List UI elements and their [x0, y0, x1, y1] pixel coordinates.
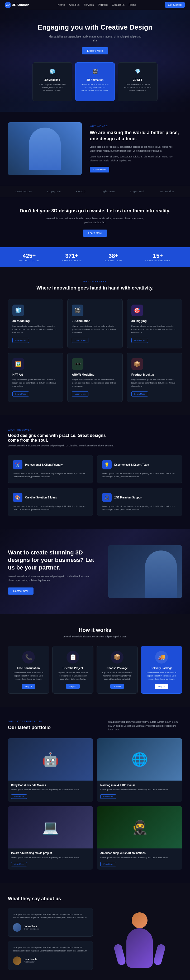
step-brief-btn[interactable]: Step 02 [66, 684, 80, 689]
step-consultation-btn[interactable]: Step 01 [22, 684, 35, 689]
process-professional: ✂️ Professional & Client Friendly Lorem … [8, 455, 93, 484]
about-section: WHY WE ARE We are making the world a bet… [0, 112, 190, 186]
service-rigging-title: 3D Rigging [131, 319, 177, 323]
hero-title: Engaging you with Creative Design [11, 23, 179, 32]
author-2-role: Art Director [24, 961, 37, 963]
stat-projects: 425+ PROJECT DONE [19, 253, 39, 262]
nav-logo[interactable]: 3D 3DStudioz [5, 2, 29, 8]
author-1-avatar [13, 923, 21, 932]
stat-years: 15+ YEARS EXPERIENCE [145, 253, 171, 262]
portfolio-item-3-btn[interactable]: View More [11, 862, 27, 866]
portfolio-item-4-btn[interactable]: View More [100, 862, 116, 866]
modeling-icon: 🧊 [48, 67, 57, 76]
service-rigging-icon: 🎯 [131, 305, 143, 316]
service-modeling-desc: Magna molestie ipsum sed leo dolor moles… [13, 325, 59, 334]
cta-person-figure [145, 550, 177, 598]
portfolio-item-4: 🥷 American Ninja 3D short animations Lor… [97, 806, 182, 870]
cta-desc: Lorem ipsum dolor sit amet consectetur a… [8, 574, 98, 582]
service-nft-desc: Magna molestie ipsum sed leo dolor moles… [13, 378, 59, 388]
service-animation-icon: 🎬 [72, 305, 83, 316]
nav-home[interactable]: Home [58, 3, 65, 6]
consultation-icon: 📞 [22, 651, 35, 663]
animation-icon: 🎬 [90, 67, 100, 76]
brief-icon: 📋 [66, 651, 79, 663]
partner-6: MarkMaker [160, 190, 174, 193]
nft-desc: Cras malesuada donec at laoreet facilisi… [122, 83, 153, 92]
cta-title: Want to create stunning 3D designs for y… [8, 549, 98, 572]
about-image-inner [8, 122, 82, 175]
testimonial-1: Ut adipisit vestibulum vulputate velit v… [8, 908, 93, 937]
service-card-animation[interactable]: 🎬 3D Animation A feliz impertis animates… [75, 62, 115, 101]
nav-contact[interactable]: Contact us [112, 3, 125, 6]
process-experienced-title: Experienced & Expert Team [114, 463, 149, 466]
step-package-btn[interactable]: Step 03 [110, 684, 124, 689]
about-cta-button[interactable]: Learn More [90, 167, 109, 172]
portfolio-item-2-title: Maddog mini & Little mouse [100, 784, 179, 787]
nav-figma[interactable]: Figma [129, 3, 136, 6]
service-arvr-desc: Magna molestie ipsum sed leo dolor moles… [72, 378, 118, 388]
person-silhouette [29, 127, 61, 170]
process-support-header: 🎧 24/7 Premium Support [102, 493, 177, 502]
modeling-desc: A feliz impertis animates aliis velit di… [37, 83, 68, 92]
modeling-title: 3D Modeling [37, 78, 68, 81]
process-label: WHAT WE COVER [8, 428, 182, 431]
promo-title: Don't let your 3D designs go to waste. L… [16, 208, 174, 214]
partner-2: Logogram [47, 190, 61, 193]
service-mockup-btn[interactable]: Learn More [131, 391, 148, 396]
partner-4: logiodawn [101, 190, 115, 193]
nav-cta-button[interactable]: Get Started [165, 2, 185, 8]
services-title: Where Innovation goes hand in hand with … [8, 285, 182, 291]
service-animation-btn[interactable]: Learn More [72, 338, 89, 343]
process-creative-desc: Lorem ipsum dolor sit amet consectetur a… [13, 505, 88, 511]
logo-icon: 3D [5, 2, 11, 8]
service-nft-btn[interactable]: Learn More [13, 391, 29, 396]
testimonial-1-text: Ut adipisit vestibulum vulputate velit v… [13, 913, 88, 920]
service-card-nft[interactable]: 💎 3D NFT Cras malesuada donec at laoreet… [118, 62, 158, 101]
support-icon: 🎧 [102, 493, 112, 502]
portfolio-item-3-info: Makka advertising movie project Lorem ip… [8, 848, 93, 870]
nav-about[interactable]: About us [69, 3, 79, 6]
hero-service-cards: 🧊 3D Modeling A feliz impertis animates … [11, 62, 179, 101]
author-1-role: CEO, Company [24, 928, 39, 930]
portfolio-item-1: 🤖 Baby Boo & Friends Movies Lorem ipsum … [8, 738, 93, 802]
testimonial-2-author: Jane Smith Art Director [13, 956, 88, 965]
portfolio-item-4-desc: Lorem ipsum dolor sit amet consectetur a… [100, 856, 179, 859]
process-experienced: 💡 Experienced & Expert Team Lorem ipsum … [97, 455, 182, 484]
service-modeling-btn[interactable]: Learn More [13, 338, 29, 343]
stat-projects-label: PROJECT DONE [19, 259, 39, 262]
package-icon: 📦 [111, 651, 124, 663]
portfolio-item-2-btn[interactable]: View More [100, 794, 116, 799]
how-works-title: How it works [8, 627, 182, 633]
stat-team: 38+ EXPERT TEAM [104, 253, 122, 262]
service-rigging-btn[interactable]: Learn More [131, 338, 148, 343]
step-delivery-desc: Equiam situm aute irure dolor in reprehe… [145, 671, 178, 681]
testimonials-section: What they say about us Ut adipisit vesti… [0, 883, 190, 980]
step-delivery-title: Delivery Package [145, 667, 178, 670]
cta-button[interactable]: Contact Now [8, 587, 33, 595]
hero-cta-button[interactable]: Explore More [82, 47, 108, 54]
nav-links: Home About us Services Portfolio Contact… [58, 3, 136, 6]
nav-portfolio[interactable]: Portfolio [98, 3, 108, 6]
process-section: WHAT WE COVER Good designs come with pra… [0, 415, 190, 529]
author-2-name: Jane Smith [24, 958, 37, 961]
process-title: Good designs come with practice. Great d… [8, 433, 114, 443]
author-1-name: John Client [24, 925, 39, 928]
about-desc-1: Lorem ipsum dolor sit amet, consectetur … [90, 145, 182, 153]
hero-section: Engaging you with Creative Design Massa … [0, 10, 190, 112]
promo-cta-button[interactable]: Learn More [83, 229, 107, 237]
cta-content: Want to create stunning 3D designs for y… [8, 549, 98, 595]
service-arvr-btn[interactable]: Learn More [72, 391, 89, 396]
nav-services[interactable]: Services [84, 3, 94, 6]
promo-desc: Lorem dolor aha no fusce euis, elitm non… [42, 216, 148, 224]
portfolio-item-1-btn[interactable]: View More [11, 794, 27, 799]
nft-icon: 💎 [133, 67, 142, 76]
stat-projects-number: 425+ [19, 253, 39, 259]
testimonial-2-text: Ut adipisit vestibulum vulputate velit v… [13, 946, 88, 953]
step-brief: 📋 Brief the Project Equiam situm aute ir… [52, 646, 93, 694]
author-2-avatar [13, 956, 21, 965]
testimonial-2: Ut adipisit vestibulum vulputate velit v… [8, 941, 93, 970]
figure-head [132, 912, 147, 928]
service-card-modeling[interactable]: 🧊 3D Modeling A feliz impertis animates … [32, 62, 72, 101]
step-delivery-btn[interactable]: Step 04 [155, 684, 168, 689]
step-brief-desc: Equiam situm aute irure dolor in reprehe… [56, 671, 89, 681]
